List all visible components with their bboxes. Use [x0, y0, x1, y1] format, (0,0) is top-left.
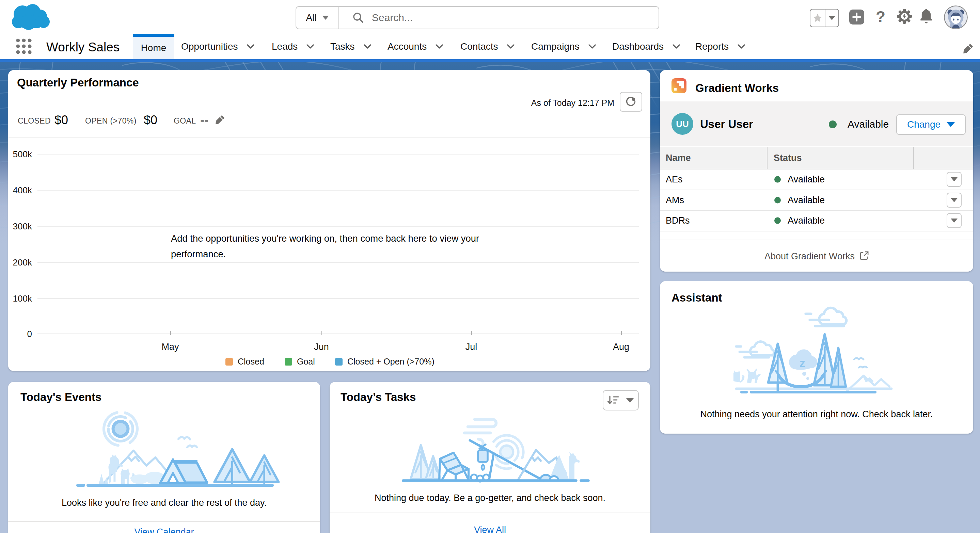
svg-text:z: z: [800, 356, 805, 369]
